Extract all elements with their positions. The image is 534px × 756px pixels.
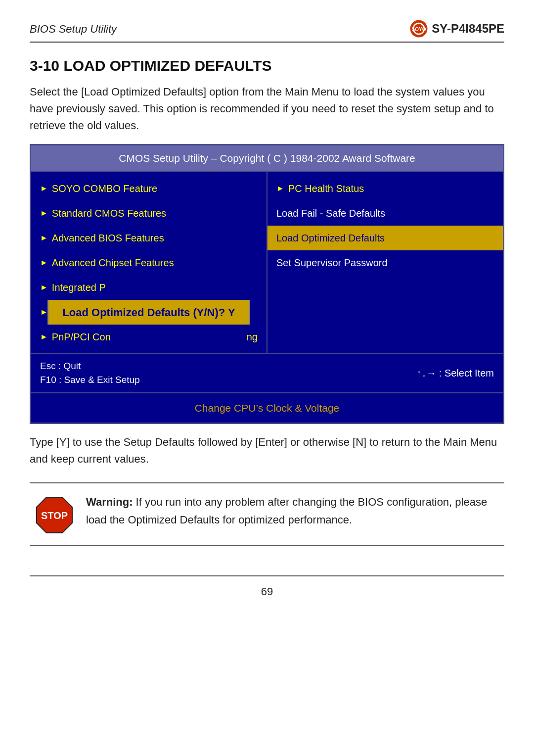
page-header: BIOS Setup Utility SOYO SY-P4I845PE — [30, 20, 504, 43]
bios-menu-advanced-bios[interactable]: ► Advanced BIOS Features — [31, 226, 267, 250]
bios-menu-integrated[interactable]: ► Integrated P — [31, 275, 267, 300]
bios-nav-hint: ↑↓→ : Select Item — [416, 368, 494, 378]
bios-menu-label: PnP/PCI Con — [52, 330, 111, 344]
stop-icon: STOP — [35, 495, 74, 535]
bios-menu-label: PC Health Status — [288, 181, 364, 196]
load-defaults-dialog: Load Optimized Defaults (Y/N)? Y — [47, 300, 250, 325]
header-brand: SOYO SY-P4I845PE — [410, 20, 504, 38]
bios-bottom-text: Change CPU’s Clock & Voltage — [195, 402, 340, 414]
bios-menu-power[interactable]: ► Power Mana Load Optimized Defaults (Y/… — [31, 300, 267, 325]
warning-box: STOP Warning: If you run into any proble… — [30, 482, 504, 546]
bios-menu-label: Advanced BIOS Features — [52, 231, 164, 245]
bios-footer-right: ↑↓→ : Select Item — [416, 366, 494, 380]
section-number: 3-10 — [30, 57, 59, 74]
dialog-text: Load Optimized Defaults (Y/N)? Y — [62, 306, 235, 318]
warning-label: Warning: — [86, 496, 133, 508]
arrow-icon: ► — [40, 306, 48, 318]
bios-menu-label: Integrated P — [52, 280, 106, 295]
bios-esc-label: Esc : Quit — [40, 359, 140, 374]
bios-body: ► SOYO COMBO Feature ► Standard CMOS Fea… — [31, 172, 503, 353]
bios-screen: CMOS Setup Utility – Copyright ( C ) 198… — [30, 144, 504, 424]
soyo-logo-icon: SOYO — [410, 20, 428, 38]
warning-text-content: Warning: If you run into any problem aft… — [86, 493, 499, 528]
brand-name: SY-P4I845PE — [432, 20, 504, 38]
bios-header-bar: CMOS Setup Utility – Copyright ( C ) 198… — [31, 145, 503, 172]
bios-menu-label: Load Optimized Defaults — [276, 231, 385, 245]
bios-menu-pc-health[interactable]: ► PC Health Status — [267, 176, 503, 201]
arrow-icon: ► — [40, 282, 48, 293]
arrow-icon: ► — [40, 232, 48, 244]
bios-footer: Esc : Quit F10 : Save & Exit Setup ↑↓→ :… — [31, 353, 503, 392]
after-paragraph: Type [Y] to use the Setup Defaults follo… — [30, 434, 504, 468]
page-footer: 69 — [30, 575, 504, 600]
bios-menu-load-fail[interactable]: Load Fail - Safe Defaults — [267, 201, 503, 226]
header-title: BIOS Setup Utility — [30, 21, 117, 37]
bios-menu-pnppci[interactable]: ► PnP/PCI Con ng — [31, 325, 267, 349]
svg-text:SOYO: SOYO — [412, 27, 426, 32]
bios-menu-label: Standard CMOS Features — [52, 206, 166, 221]
bios-menu-label: Set Supervisor Password — [276, 255, 388, 270]
bios-menu-set-supervisor[interactable]: Set Supervisor Password — [267, 250, 503, 275]
bios-left-column: ► SOYO COMBO Feature ► Standard CMOS Fea… — [31, 172, 267, 353]
bios-footer-left: Esc : Quit F10 : Save & Exit Setup — [40, 359, 140, 387]
bios-bottom-bar: Change CPU’s Clock & Voltage — [31, 392, 503, 423]
bios-menu-label: SOYO COMBO Feature — [52, 181, 157, 196]
arrow-icon: ► — [40, 207, 48, 219]
arrow-icon: ► — [40, 183, 48, 194]
bios-menu-advanced-chipset[interactable]: ► Advanced Chipset Features — [31, 250, 267, 275]
arrow-icon: ► — [276, 183, 284, 194]
svg-text:STOP: STOP — [41, 510, 68, 521]
arrow-icon: ► — [40, 331, 48, 343]
section-title: 3-10 LOAD OPTIMIZED DEFAULTS — [30, 54, 504, 77]
bios-right-column: ► PC Health Status Load Fail - Safe Defa… — [267, 172, 503, 353]
bios-menu-label-end: ng — [247, 330, 258, 344]
bios-menu-standard-cmos[interactable]: ► Standard CMOS Features — [31, 201, 267, 226]
bios-menu-label: Advanced Chipset Features — [52, 255, 174, 270]
bios-dialog-region: ► Integrated P ► Power Mana Load Optimiz… — [31, 275, 267, 349]
bios-f10-label: F10 : Save & Exit Setup — [40, 373, 140, 387]
bios-menu-soyo-combo[interactable]: ► SOYO COMBO Feature — [31, 176, 267, 201]
warning-body: If you run into any problem after changi… — [86, 496, 487, 525]
page-number: 69 — [261, 585, 273, 598]
bios-menu-load-optimized[interactable]: Load Optimized Defaults — [267, 226, 503, 250]
bios-menu-label: Load Fail - Safe Defaults — [276, 206, 385, 221]
intro-paragraph: Select the [Load Optimized Defaults] opt… — [30, 84, 504, 134]
section-title-main: LOAD OPTIMIZED DEFAULTS — [63, 57, 271, 74]
arrow-icon: ► — [40, 257, 48, 269]
